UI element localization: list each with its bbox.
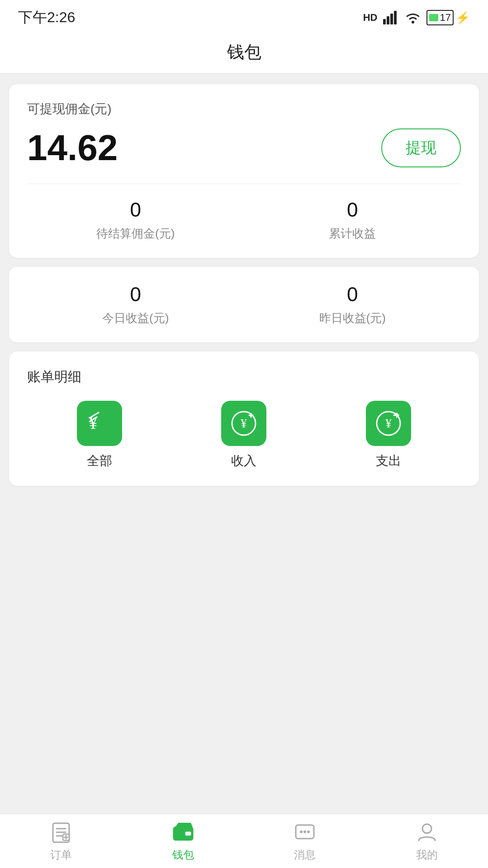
earnings-stats-row: 0 今日收益(元) 0 昨日收益(元) bbox=[27, 283, 461, 326]
account-section-title: 账单明细 bbox=[27, 368, 461, 386]
amount-row: 14.62 提现 bbox=[27, 128, 461, 167]
account-icon-income[interactable]: ¥ 收入 bbox=[221, 401, 266, 470]
wallet-tab-icon bbox=[171, 821, 195, 844]
svg-text:¥: ¥ bbox=[385, 416, 392, 430]
svg-rect-0 bbox=[383, 19, 386, 24]
today-earnings: 0 今日收益(元) bbox=[27, 283, 244, 326]
today-label: 今日收益(元) bbox=[102, 311, 169, 325]
main-content: 可提现佣金(元) 14.62 提现 0 待结算佣金(元) 0 累计收益 0 今日… bbox=[0, 73, 488, 814]
status-time: 下午2:26 bbox=[18, 8, 75, 28]
expense-label: 支出 bbox=[376, 452, 401, 470]
svg-rect-1 bbox=[387, 16, 389, 24]
expense-icon: ¥ bbox=[374, 409, 403, 438]
page-title-bar: 钱包 bbox=[0, 32, 488, 73]
pending-commission: 0 待结算佣金(元) bbox=[27, 199, 244, 242]
svg-text:¥: ¥ bbox=[241, 416, 247, 430]
svg-rect-23 bbox=[185, 831, 191, 836]
yesterday-label: 昨日收益(元) bbox=[319, 311, 386, 325]
tab-wallet[interactable]: 钱包 bbox=[122, 821, 244, 862]
wallet-stats-row: 0 待结算佣金(元) 0 累计收益 bbox=[27, 199, 461, 242]
status-bar: 下午2:26 HD 17 ⚡ bbox=[0, 0, 488, 32]
svg-rect-2 bbox=[390, 14, 393, 24]
messages-tab-icon bbox=[293, 821, 317, 844]
orders-tab-icon bbox=[49, 821, 73, 844]
all-transactions-icon: ¥ bbox=[85, 409, 114, 438]
pending-label: 待结算佣金(元) bbox=[96, 227, 175, 240]
battery-indicator: 17 ⚡ bbox=[426, 10, 470, 25]
signal-icon bbox=[383, 11, 399, 24]
tab-orders[interactable]: 订单 bbox=[0, 821, 122, 862]
all-icon-circle: ¥ bbox=[77, 401, 122, 446]
all-label: 全部 bbox=[87, 452, 112, 470]
card-divider bbox=[27, 184, 461, 184]
messages-tab-label: 消息 bbox=[294, 848, 316, 862]
mine-tab-label: 我的 bbox=[416, 848, 438, 862]
earnings-card: 0 今日收益(元) 0 昨日收益(元) bbox=[9, 267, 479, 342]
wallet-amount: 14.62 bbox=[27, 130, 118, 166]
income-label: 收入 bbox=[231, 452, 256, 470]
svg-point-25 bbox=[300, 830, 303, 833]
cumulative-label: 累计收益 bbox=[329, 227, 376, 240]
wifi-icon bbox=[405, 11, 421, 24]
account-card: 账单明细 ¥ 全部 ¥ bbox=[9, 351, 479, 486]
page-title: 钱包 bbox=[0, 41, 488, 64]
svg-rect-3 bbox=[394, 11, 397, 24]
yesterday-earnings: 0 昨日收益(元) bbox=[244, 283, 461, 326]
expense-icon-circle: ¥ bbox=[366, 401, 411, 446]
pending-value: 0 bbox=[27, 199, 244, 221]
status-icons: HD 17 ⚡ bbox=[363, 10, 470, 25]
account-icons-row: ¥ 全部 ¥ 收入 bbox=[27, 401, 461, 470]
today-value: 0 bbox=[27, 283, 244, 306]
yesterday-value: 0 bbox=[244, 283, 461, 306]
svg-point-27 bbox=[307, 830, 310, 833]
tab-messages[interactable]: 消息 bbox=[244, 821, 366, 862]
cumulative-earnings: 0 累计收益 bbox=[244, 199, 461, 242]
account-icon-all[interactable]: ¥ 全部 bbox=[77, 401, 122, 470]
wallet-card: 可提现佣金(元) 14.62 提现 0 待结算佣金(元) 0 累计收益 bbox=[9, 84, 479, 258]
svg-point-26 bbox=[303, 830, 306, 833]
tab-mine[interactable]: 我的 bbox=[366, 821, 488, 862]
income-icon-circle: ¥ bbox=[221, 401, 266, 446]
hd-icon: HD bbox=[363, 12, 378, 24]
tab-bar: 订单 钱包 消息 我的 bbox=[0, 814, 488, 868]
mine-tab-icon bbox=[415, 821, 439, 844]
svg-point-4 bbox=[412, 21, 414, 24]
wallet-card-label: 可提现佣金(元) bbox=[27, 100, 461, 118]
cumulative-value: 0 bbox=[244, 199, 461, 221]
orders-tab-label: 订单 bbox=[50, 848, 72, 862]
wallet-tab-label: 钱包 bbox=[172, 848, 194, 862]
withdraw-button[interactable]: 提现 bbox=[381, 128, 461, 167]
income-icon: ¥ bbox=[229, 409, 258, 438]
account-icon-expense[interactable]: ¥ 支出 bbox=[366, 401, 411, 470]
svg-point-28 bbox=[422, 824, 431, 833]
